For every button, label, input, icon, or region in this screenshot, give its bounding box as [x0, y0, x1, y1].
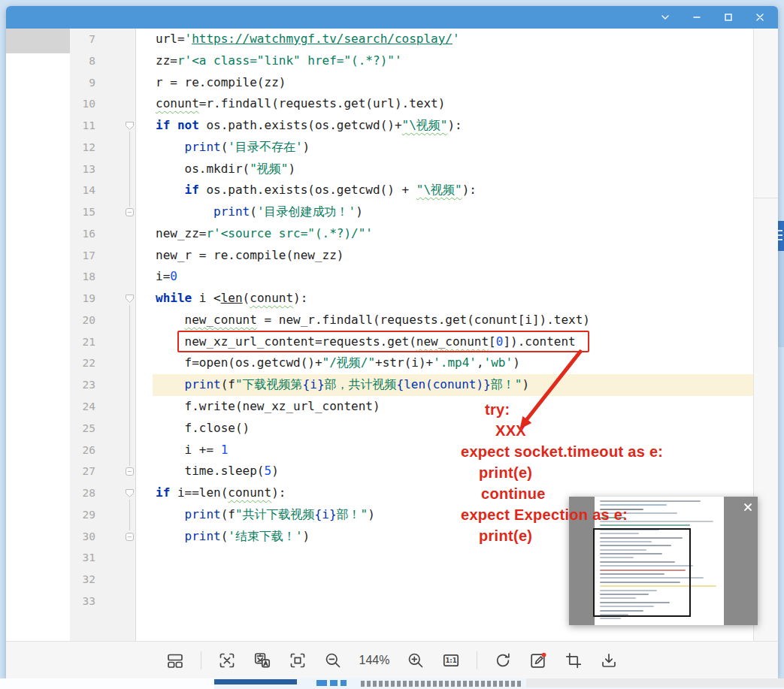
- thumbnail-overlay-right: [724, 497, 758, 625]
- code-line: conunt=r.findall(requests.get(url).text): [153, 93, 753, 115]
- zoom-out-button[interactable]: [323, 651, 343, 670]
- annotate-button[interactable]: [528, 651, 548, 670]
- zoom-in-button[interactable]: [406, 651, 425, 670]
- line-number: 24: [70, 396, 95, 418]
- project-panel-fragment: [6, 29, 70, 53]
- thumbnail-overlay-left: [569, 497, 595, 625]
- code-line: if os.path.exists(os.getcwd() + "\视频"):: [153, 180, 753, 201]
- code-line: print('目录不存在'): [153, 137, 753, 159]
- line-number: 15: [70, 201, 95, 223]
- crop-icon: [565, 651, 583, 669]
- actual-size-button[interactable]: 1:1: [441, 651, 461, 670]
- rotate-icon: [494, 651, 512, 669]
- line-number: 32: [70, 569, 95, 591]
- toolbar-separator: [477, 651, 477, 669]
- close-icon: [743, 502, 753, 512]
- code-line: r = re.compile(zz): [153, 72, 753, 94]
- line-number: 23: [70, 374, 95, 396]
- line-number: 12: [70, 137, 95, 159]
- line-number: 9: [70, 72, 95, 94]
- fold-guide-line: [129, 305, 130, 466]
- code-line: new_r = re.compile(new_zz): [153, 245, 753, 267]
- ocr-button[interactable]: [217, 651, 237, 670]
- fold-end-icon[interactable]: [125, 467, 135, 476]
- fold-guide-line: [129, 131, 130, 206]
- thumbnail-close-button[interactable]: [740, 500, 755, 515]
- line-number: 20: [70, 310, 95, 331]
- translate-icon: [253, 651, 271, 669]
- line-number: 28: [70, 482, 95, 504]
- line-number: 11: [70, 115, 95, 137]
- minimize-button[interactable]: [686, 9, 707, 26]
- code-line: os.mkdir("视频"): [153, 159, 753, 180]
- line-number: 13: [70, 159, 95, 180]
- thumbnail-viewport-rect[interactable]: [593, 528, 691, 617]
- code-line: zz=r'<a class="link" href="(.*?)"': [153, 50, 753, 72]
- window-layout-button[interactable]: [165, 651, 185, 670]
- code-line: i=0: [153, 266, 753, 288]
- line-number: 19: [70, 288, 95, 310]
- save-icon: [600, 651, 618, 669]
- fold-end-icon[interactable]: [125, 532, 135, 542]
- line-number: 14: [70, 180, 95, 201]
- line-number: 30: [70, 526, 95, 548]
- fit-screen-button[interactable]: [288, 651, 307, 670]
- line-number: 33: [70, 591, 95, 612]
- menu-chevron-button[interactable]: [655, 9, 676, 26]
- code-line: print('目录创建成功！'): [153, 201, 753, 223]
- toolbar-separator: [201, 651, 201, 669]
- close-icon: [755, 12, 765, 23]
- line-number: 26: [70, 440, 95, 461]
- line-number: 31: [70, 547, 95, 569]
- line-number: 17: [70, 245, 95, 267]
- code-line: new_xz_url_content=requests.get(new_conu…: [153, 331, 753, 353]
- background-window-sliver: [0, 678, 784, 689]
- fold-start-icon[interactable]: [125, 121, 135, 131]
- code-line: i += 1: [153, 440, 753, 461]
- zoom-out-icon: [324, 651, 342, 669]
- chevron-down-icon: [660, 12, 670, 23]
- line-number: 21: [70, 331, 95, 353]
- code-line: f.write(new_xz_url_content): [153, 396, 753, 418]
- line-number: 18: [70, 266, 95, 288]
- close-button[interactable]: [749, 9, 770, 26]
- line-number: 27: [70, 461, 95, 482]
- line-number: 10: [70, 93, 95, 115]
- translate-button[interactable]: [253, 651, 272, 670]
- code-line: url='https://watchmygf.tv/search/cosplay…: [153, 29, 753, 50]
- fold-end-icon[interactable]: [125, 207, 135, 217]
- svg-text:1:1: 1:1: [445, 657, 456, 664]
- actual-size-icon: 1:1: [442, 651, 460, 669]
- maximize-icon: [723, 12, 734, 23]
- fold-start-icon[interactable]: [125, 294, 135, 304]
- current-line-highlight: print(f"下载视频第{i}部，共计视频{len(conunt)}部！"): [153, 374, 753, 396]
- code-line: time.sleep(5): [153, 461, 753, 482]
- zoom-in-icon: [407, 651, 425, 669]
- line-number: 22: [70, 352, 95, 374]
- line-number: 25: [70, 418, 95, 440]
- window-layout-icon: [166, 651, 184, 669]
- line-number: 7: [70, 29, 95, 50]
- minimize-icon: [692, 12, 702, 23]
- fold-start-icon[interactable]: [125, 488, 135, 498]
- annotate-icon: [529, 651, 547, 669]
- code-line: new_conunt = new_r.findall(requests.get(…: [153, 310, 753, 331]
- screenshot-viewer-app: 7891011121314151617181920212223242526272…: [0, 0, 784, 689]
- viewer-toolbar: 144%1:1: [6, 641, 778, 678]
- save-button[interactable]: [599, 651, 619, 670]
- line-number: 29: [70, 504, 95, 526]
- code-line: if not os.path.exists(os.getcwd()+"\视频")…: [153, 115, 753, 137]
- code-line: new_zz=r'<source src="(.*?)/"': [153, 223, 753, 245]
- fit-screen-icon: [289, 651, 307, 669]
- titlebar: [6, 6, 778, 29]
- maximize-button[interactable]: [718, 9, 739, 26]
- fold-guide-line: [129, 500, 130, 531]
- zoom-level-text: 144%: [359, 654, 390, 667]
- crop-button[interactable]: [564, 651, 583, 670]
- line-number: 8: [70, 50, 95, 72]
- rotate-button[interactable]: [493, 651, 513, 670]
- navigator-thumbnail: [569, 497, 758, 625]
- line-number: 16: [70, 223, 95, 245]
- code-line: f.close(): [153, 418, 753, 440]
- code-line: f=open(os.getcwd()+"/视频/"+str(i)+'.mp4',…: [153, 352, 753, 374]
